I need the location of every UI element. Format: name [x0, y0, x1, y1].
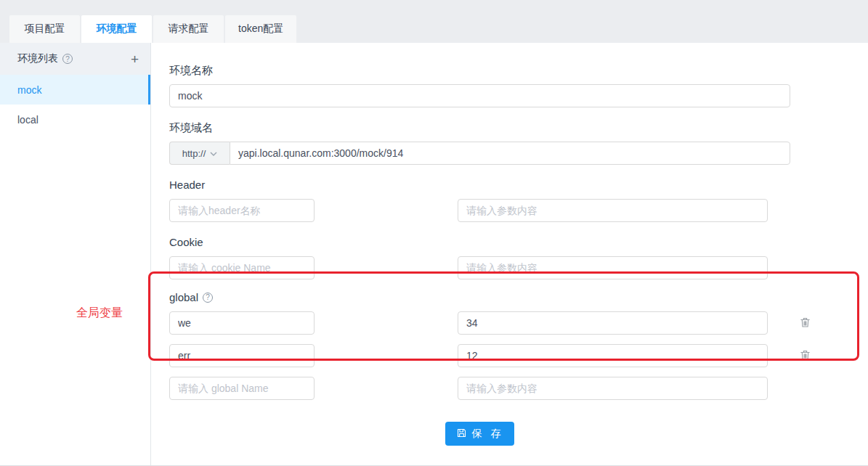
delete-global-row-button[interactable] [799, 316, 811, 331]
tab-token-config[interactable]: token配置 [225, 15, 296, 43]
global-label-text: global [169, 290, 198, 305]
global-new-value-input[interactable] [458, 377, 768, 400]
trash-icon [799, 348, 811, 364]
header-section-label: Header [169, 177, 868, 192]
env-name-input[interactable] [169, 84, 790, 107]
cookie-name-input[interactable] [169, 256, 315, 279]
tab-request-config[interactable]: 请求配置 [153, 15, 224, 43]
global-row [169, 344, 868, 367]
delete-global-row-button[interactable] [799, 348, 811, 364]
header-name-input[interactable] [169, 199, 315, 222]
protocol-value: http:// [182, 148, 206, 159]
add-environment-button[interactable]: + [131, 52, 139, 66]
cookie-section-label: Cookie [169, 234, 868, 250]
trash-icon [799, 316, 811, 331]
tab-environment-config[interactable]: 环境配置 [81, 15, 152, 43]
global-key-input[interactable] [169, 344, 315, 367]
protocol-select[interactable]: http:// [169, 142, 230, 165]
env-name-label: 环境名称 [169, 62, 868, 78]
environment-form: 环境名称 环境域名 http:// Header [151, 43, 868, 466]
environment-item-local[interactable]: local [0, 105, 150, 134]
environment-list-title: 环境列表 [17, 52, 58, 65]
env-domain-input[interactable] [230, 142, 790, 165]
global-key-input[interactable] [169, 311, 315, 335]
global-value-input[interactable] [458, 344, 768, 367]
tab-bar: 项目配置 环境配置 请求配置 token配置 [0, 0, 868, 43]
chevron-down-icon [210, 148, 217, 159]
save-button-label: 保 存 [472, 428, 504, 441]
save-icon [456, 428, 467, 441]
tab-project-config[interactable]: 项目配置 [9, 15, 80, 43]
global-section-label: global ? [169, 290, 868, 305]
help-circle-icon[interactable]: ? [62, 54, 73, 64]
global-value-input[interactable] [458, 311, 768, 335]
cookie-value-input[interactable] [458, 256, 768, 279]
save-button[interactable]: 保 存 [445, 422, 515, 446]
env-domain-label: 环境域名 [169, 120, 868, 135]
global-new-row [169, 377, 868, 400]
global-new-key-input[interactable] [169, 377, 315, 400]
environment-list-header: 环境列表 ? + [0, 43, 150, 75]
environment-sidebar: 环境列表 ? + mock local [0, 43, 151, 466]
global-help-circle-icon[interactable]: ? [203, 293, 213, 303]
global-row [169, 311, 868, 335]
environment-item-mock[interactable]: mock [0, 75, 150, 105]
environment-settings-page: 项目配置 环境配置 请求配置 token配置 环境列表 ? + mock loc… [0, 0, 868, 466]
header-value-input[interactable] [458, 199, 768, 222]
